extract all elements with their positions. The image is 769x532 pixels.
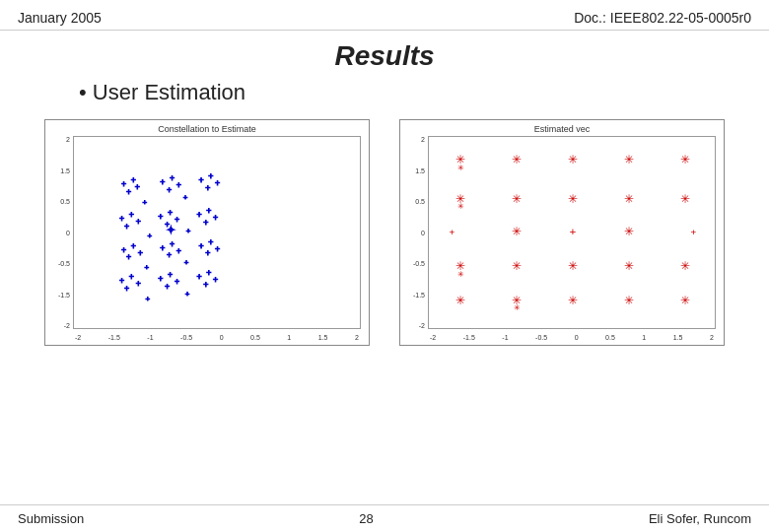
svg-text:+: + — [145, 295, 150, 303]
svg-text:+: + — [215, 244, 220, 254]
svg-text:✳: ✳ — [457, 270, 464, 279]
svg-text:✳: ✳ — [568, 294, 578, 306]
svg-text:✳: ✳ — [624, 259, 634, 272]
svg-text:+: + — [570, 225, 577, 237]
svg-text:+: + — [145, 263, 150, 272]
svg-text:+: + — [160, 243, 165, 253]
svg-text:+: + — [175, 277, 179, 287]
svg-text:+: + — [124, 284, 129, 294]
right-x-axis: -2 -1.5 -1 -0.5 0 0.5 1 1.5 2 — [428, 329, 716, 345]
page-title: Results — [0, 40, 769, 72]
svg-text:+: + — [126, 187, 131, 197]
svg-text:+: + — [170, 173, 175, 183]
title-section: Results — [0, 40, 769, 72]
svg-text:+: + — [165, 282, 170, 292]
svg-text:+: + — [136, 217, 141, 227]
svg-text:+: + — [186, 227, 191, 235]
svg-text:+: + — [196, 272, 201, 282]
svg-text:+: + — [129, 272, 134, 282]
svg-text:✳: ✳ — [680, 294, 690, 306]
svg-text:+: + — [196, 210, 201, 220]
svg-text:✳: ✳ — [455, 294, 465, 306]
svg-text:+: + — [198, 175, 203, 185]
right-chart: Estimated vec 2 1.5 0.5 0 -0.5 -1.5 -2 ✳… — [399, 119, 725, 346]
header-date: January 2005 — [18, 10, 102, 26]
svg-text:+: + — [147, 232, 152, 240]
svg-text:✳: ✳ — [457, 164, 464, 172]
header: January 2005 Doc.: IEEE802.22-05-0005r0 — [0, 0, 769, 31]
svg-text:+: + — [206, 206, 211, 216]
svg-text:✳: ✳ — [568, 153, 578, 166]
svg-text:✳: ✳ — [568, 192, 578, 205]
footer-submission: Submission — [18, 511, 84, 526]
svg-text:+: + — [206, 268, 211, 278]
svg-text:+: + — [170, 239, 175, 249]
svg-text:+: + — [184, 258, 189, 267]
svg-text:✳: ✳ — [680, 192, 690, 205]
svg-text:✳: ✳ — [457, 202, 464, 211]
footer-author: Eli Sofer, Runcom — [649, 511, 751, 526]
svg-text:+: + — [160, 177, 165, 187]
svg-text:+: + — [129, 210, 134, 220]
svg-text:+: + — [213, 213, 218, 223]
header-doc: Doc.: IEEE802.22-05-0005r0 — [574, 10, 751, 26]
svg-text:+: + — [691, 227, 697, 237]
svg-text:+: + — [131, 241, 136, 251]
svg-text:✳: ✳ — [568, 259, 578, 272]
bullet-text: • User Estimation — [79, 80, 769, 105]
left-y-axis: 2 1.5 0.5 0 -0.5 -1.5 -2 — [45, 136, 73, 329]
svg-text:✳: ✳ — [624, 294, 634, 306]
svg-text:✳: ✳ — [512, 153, 522, 166]
svg-text:+: + — [205, 248, 210, 258]
svg-text:+: + — [198, 241, 203, 251]
svg-text:+: + — [124, 222, 129, 232]
svg-text:+: + — [158, 274, 163, 284]
svg-text:+: + — [208, 237, 213, 247]
charts-area: Constellation to Estimate 2 1.5 0.5 0 -0… — [0, 119, 769, 346]
svg-text:+: + — [203, 280, 208, 290]
svg-text:✳: ✳ — [514, 303, 521, 312]
svg-text:+: + — [175, 215, 179, 225]
svg-text:+: + — [135, 182, 140, 192]
svg-text:+: + — [176, 246, 181, 256]
svg-text:+: + — [167, 185, 172, 195]
svg-text:+: + — [167, 250, 172, 260]
svg-text:+: + — [208, 171, 213, 181]
svg-text:+: + — [168, 208, 173, 218]
svg-text:+: + — [450, 227, 455, 237]
left-chart: Constellation to Estimate 2 1.5 0.5 0 -0… — [44, 119, 370, 346]
svg-text:+: + — [185, 290, 190, 299]
svg-text:✳: ✳ — [512, 225, 522, 237]
svg-text:+: + — [126, 252, 131, 262]
right-chart-inner: ✳ ✳ ✳ ✳ ✳ ✳ ✳ ✳ ✳ ✳ ✳ ✳ + ✳ + ✳ + ✳ — [428, 136, 716, 329]
right-chart-title: Estimated vec — [400, 124, 724, 134]
footer-page-number: 28 — [359, 511, 373, 526]
svg-text:✳: ✳ — [512, 259, 522, 272]
svg-text:+: + — [205, 183, 210, 193]
svg-text:+: + — [158, 212, 163, 222]
svg-text:✳: ✳ — [680, 259, 690, 272]
svg-text:+: + — [213, 275, 218, 285]
svg-text:+: + — [215, 178, 220, 188]
left-x-axis: -2 -1.5 -1 -0.5 0 0.5 1 1.5 2 — [73, 329, 361, 345]
svg-text:+: + — [203, 218, 208, 228]
svg-text:+: + — [168, 270, 173, 280]
svg-text:✳: ✳ — [624, 225, 634, 237]
footer: Submission 28 Eli Sofer, Runcom — [0, 504, 769, 532]
svg-text:✳: ✳ — [624, 153, 634, 166]
svg-text:+: + — [143, 198, 148, 207]
left-chart-title: Constellation to Estimate — [45, 124, 369, 134]
svg-text:✦: ✦ — [167, 225, 175, 235]
svg-text:✳: ✳ — [680, 153, 690, 166]
svg-text:✳: ✳ — [512, 192, 522, 205]
svg-text:✳: ✳ — [624, 192, 634, 205]
right-y-axis: 2 1.5 0.5 0 -0.5 -1.5 -2 — [400, 136, 428, 329]
left-chart-inner: + + + + + + + + + + + + + + — [73, 136, 361, 329]
svg-text:+: + — [183, 193, 188, 202]
bullet-section: • User Estimation — [79, 80, 769, 105]
svg-text:+: + — [138, 248, 143, 258]
svg-text:+: + — [136, 279, 141, 289]
svg-text:+: + — [176, 180, 181, 190]
